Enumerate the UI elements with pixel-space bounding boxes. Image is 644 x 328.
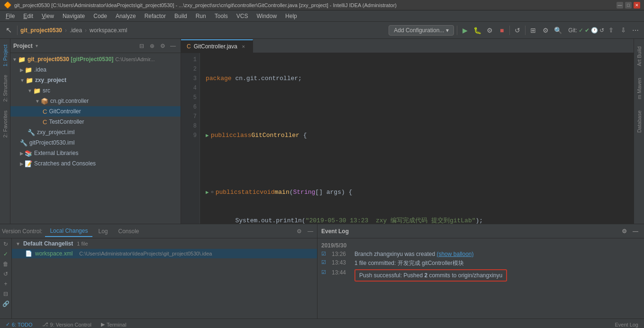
maximize-btn[interactable]: □ (625, 2, 632, 9)
vc-changelist-header[interactable]: ▼ Default Changelist 1 file (12, 238, 317, 249)
add-configuration-button[interactable]: Add Configuration... ▾ (389, 25, 454, 36)
scroll-to-center-btn[interactable]: ⊕ (147, 41, 157, 51)
vc-tab-local-changes[interactable]: Local Changes (45, 226, 92, 237)
menu-window[interactable]: Window (253, 12, 281, 20)
vc-tab-console[interactable]: Console (113, 226, 144, 237)
stop-btn[interactable]: ■ (496, 25, 508, 36)
settings-panel-btn[interactable]: ⚙ (158, 41, 167, 51)
git-undo-icon[interactable]: ↺ (599, 27, 604, 34)
menu-help[interactable]: Help (281, 12, 301, 20)
breadcrumb-idea[interactable]: .idea (70, 27, 82, 34)
editor-tab-gitcontroller[interactable]: C GitController.java × (181, 39, 253, 53)
menu-analyze[interactable]: Analyze (112, 12, 140, 20)
menu-tools[interactable]: Tools (211, 12, 232, 20)
project-dropdown-icon[interactable]: ▾ (36, 43, 38, 48)
minimize-btn[interactable]: — (617, 2, 623, 9)
window-controls: — □ ✕ (617, 2, 640, 9)
project-panel-header: Project ▾ ⊟ ⊕ ⚙ — (10, 39, 181, 53)
sidebar-tab-favorites[interactable]: 2: Favorites (1, 107, 9, 141)
close-panel-btn[interactable]: — (168, 41, 178, 51)
event-log-bottom-btn[interactable]: Event Log (611, 321, 642, 328)
tree-zxy-folder[interactable]: ▼ 📁 zxy_project (10, 75, 181, 85)
menu-run[interactable]: Run (192, 12, 210, 20)
event-log-bottom-label: Event Log (615, 322, 638, 328)
tree-package[interactable]: ▼ 📦 cn.git.controller (10, 96, 181, 106)
tree-git-iml[interactable]: 🔧 gitProject0530.iml (10, 137, 181, 148)
git-more-btn[interactable]: ⋯ (630, 25, 641, 36)
cursor-btn[interactable]: ↖ (3, 25, 14, 36)
vc-revert-btn[interactable]: ↺ (1, 269, 10, 279)
tree-testcontroller[interactable]: C TestController (10, 117, 181, 127)
bottom-tab-todo[interactable]: ✓ 6: TODO (2, 320, 36, 328)
vc-check-btn[interactable]: ✓ (1, 249, 10, 259)
bottom-tab-vc[interactable]: ⎇ 9: Version Control (38, 320, 95, 328)
vc-delete-btn[interactable]: 🗑 (1, 259, 10, 269)
git-iml-label: gitProject0530.iml (29, 139, 74, 146)
menu-edit[interactable]: Edit (19, 12, 37, 20)
toolbar-sep-3 (509, 26, 510, 35)
vc-tab-log[interactable]: Log (93, 226, 112, 237)
vc-main-content: ↻ ✓ 🗑 ↺ + ⊟ 🔗 ▼ Default Changelist 1 fil… (0, 238, 317, 319)
git-label: Git: ✓ ✔ 🕐 ↺ (568, 27, 604, 34)
log-time-1: 13:26 (332, 251, 351, 257)
show-balloon-link[interactable]: (show balloon) (436, 251, 473, 257)
git-clock-icon[interactable]: 🕐 (591, 27, 598, 34)
git-push-btn[interactable]: ⇧ (605, 25, 617, 36)
editor-tabs: C GitController.java × (181, 39, 634, 53)
collapse-all-btn[interactable]: ⊟ (137, 41, 146, 51)
menu-navigate[interactable]: Navigate (59, 12, 89, 20)
vc-side-tools: ↻ ✓ 🗑 ↺ + ⊟ 🔗 (0, 238, 12, 319)
sidebar-tab-project[interactable]: 1: Project (1, 41, 9, 70)
vc-diff-btn[interactable]: ⊟ (1, 289, 10, 299)
idea-folder-label: .idea (34, 66, 46, 73)
search-toolbar-btn[interactable]: 🔍 (552, 25, 563, 36)
menu-refactor[interactable]: Refactor (141, 12, 170, 20)
menu-view[interactable]: View (38, 12, 58, 20)
menu-build[interactable]: Build (171, 12, 191, 20)
tree-zxy-iml[interactable]: 🔧 zxy_project.iml (10, 127, 181, 137)
vc-settings-btn[interactable]: ⚙ (294, 227, 304, 236)
panel-header-buttons: ⊟ ⊕ ⚙ — (137, 41, 178, 51)
vc-file-workspace[interactable]: 📄 workspace.xml C:\Users\Administrator\I… (12, 249, 317, 258)
sidebar-tab-art-build[interactable]: Art Build (635, 43, 643, 70)
run-with-coverage-btn[interactable]: ⚙ (484, 25, 495, 36)
event-log-header: Event Log ⚙ — (317, 224, 644, 238)
tab-java-icon: C (187, 43, 191, 50)
git-pull-btn[interactable]: ⇩ (617, 25, 629, 36)
sidebar-tab-structure[interactable]: 2: Structure (1, 71, 9, 106)
sidebar-tab-database[interactable]: Database (635, 107, 643, 137)
menu-code[interactable]: Code (90, 12, 111, 20)
bottom-tab-terminal[interactable]: ▶ Terminal (97, 320, 130, 328)
undo-btn[interactable]: ↺ (512, 25, 523, 36)
vc-add-btn[interactable]: + (1, 279, 10, 289)
close-btn[interactable]: ✕ (634, 2, 640, 9)
vc-link-btn[interactable]: 🔗 (1, 299, 10, 309)
event-log-settings-btn[interactable]: ⚙ (619, 227, 629, 236)
log-time-3: 13:44 (332, 269, 351, 276)
menu-bar: File Edit View Navigate Code Analyze Ref… (0, 10, 644, 22)
vc-refresh-btn[interactable]: ↻ (1, 239, 10, 249)
debug-btn[interactable]: 🐛 (472, 25, 483, 36)
grid-btn[interactable]: ⊞ (527, 25, 539, 36)
tree-external-libs[interactable]: ▶ 📚 External Libraries (10, 148, 181, 158)
tree-idea-folder[interactable]: ▶ 📁 .idea (10, 64, 181, 75)
menu-file[interactable]: File (2, 12, 18, 20)
project-name-label[interactable]: git_project0530 (20, 27, 62, 34)
tree-src-folder[interactable]: ▼ 📁 src (10, 85, 181, 96)
code-content[interactable]: package cn.git.controller; ▶public class… (200, 53, 634, 224)
log-msg-1: Branch zhangxinyu was created (show ball… (354, 251, 640, 257)
run-btn[interactable]: ▶ (459, 25, 471, 36)
breadcrumb-workspace[interactable]: workspace.xml (90, 27, 127, 34)
tree-root[interactable]: ▼ 📁 git_project0530 [gitProject0530] C:\… (10, 54, 181, 64)
event-log-actions: ⚙ — (619, 227, 640, 236)
settings-toolbar-btn[interactable]: ⚙ (540, 25, 551, 36)
tab-close-btn[interactable]: × (240, 43, 247, 50)
tree-scratches[interactable]: ▶ 📝 Scratches and Consoles (10, 158, 181, 169)
event-log-close-btn[interactable]: — (631, 227, 640, 236)
toolbar-actions: Add Configuration... ▾ ▶ 🐛 ⚙ ■ ↺ ⊞ ⚙ 🔍 G… (389, 25, 641, 36)
menu-vcs[interactable]: VCS (233, 12, 252, 20)
tree-gitcontroller[interactable]: C GitController (10, 106, 181, 117)
code-editor[interactable]: 1 2 3 4 5 6 7 8 9 package cn.git.control… (181, 53, 634, 224)
vc-close-btn[interactable]: — (306, 227, 315, 236)
sidebar-tab-maven[interactable]: m Maven (635, 74, 643, 103)
